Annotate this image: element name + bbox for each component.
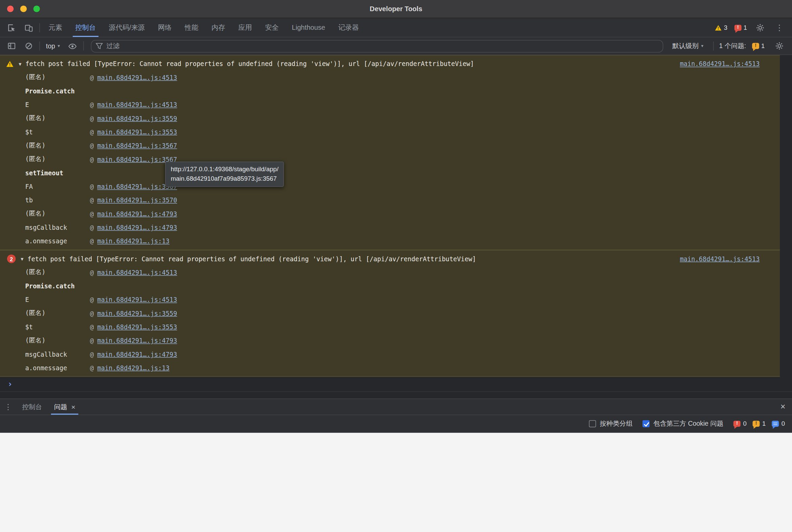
stack-source-link[interactable]: main.68d4291….js:3553 (97, 323, 177, 331)
stack-frame: E@main.68d4291….js:4513 (0, 98, 780, 112)
stack-frame: a.onmessage@main.68d4291….js:13 (0, 361, 780, 375)
stack-function-name: (匿名) (25, 336, 90, 345)
console-toolbar: top ▾ 过滤 默认级别 ▾ 1 个问题: 1 (0, 37, 792, 55)
stack-source-link[interactable]: main.68d4291….js:4513 (97, 296, 177, 304)
issues-counter[interactable]: 1 (732, 24, 749, 31)
page-errors-icon (733, 421, 740, 427)
window-title: Developer Tools (370, 5, 422, 13)
stack-function-name: a.onmessage (25, 364, 90, 372)
stack-frame: (匿名)@main.68d4291….js:3567 (0, 139, 780, 152)
messages-host: ▼fetch post failed [TypeError: Cannot re… (0, 55, 792, 377)
message-source-link[interactable]: main.68d4291….js:4513 (680, 60, 780, 68)
repeat-count-badge: 2 (7, 254, 16, 263)
inspect-element-icon[interactable] (3, 18, 20, 37)
context-selector-value: top (46, 42, 55, 50)
drawer-more-options-icon[interactable]: ⋮ (0, 399, 16, 415)
stack-source-link[interactable]: main.68d4291….js:3567 (97, 142, 177, 149)
issues-toolbar: 按种类分组 包含第三方 Cookie 问题 0 1 0 (0, 415, 792, 433)
improvements-counter[interactable]: 0 (772, 420, 785, 428)
main-tab[interactable]: 源代码/来源 (102, 18, 151, 37)
page-errors-counter[interactable]: 0 (733, 420, 747, 428)
stack-source-link[interactable]: main.68d4291….js:13 (97, 364, 169, 372)
include-third-party-checkbox[interactable]: 包含第三方 Cookie 问题 (643, 419, 723, 429)
stack-source-link[interactable]: main.68d4291….js:3559 (97, 115, 177, 122)
window-controls (7, 5, 40, 12)
stack-at-symbol: @ (90, 101, 94, 108)
stack-frame: tb@main.68d4291….js:3570 (0, 194, 780, 207)
main-tab[interactable]: 安全 (259, 18, 285, 37)
stack-source-link[interactable]: main.68d4291….js:3570 (97, 197, 177, 204)
main-tab[interactable]: 元素 (42, 18, 69, 37)
close-window-button[interactable] (7, 5, 14, 12)
stack-frame: (匿名)@main.68d4291….js:4793 (0, 334, 780, 347)
minimize-window-button[interactable] (20, 5, 27, 12)
group-by-kind-checkbox[interactable]: 按种类分组 (589, 419, 633, 429)
stack-source-link[interactable]: main.68d4291….js:4793 (97, 224, 177, 231)
devtools-window: Developer Tools 元素控制台源代码/来源网络性能内存应用安全Lig… (0, 0, 792, 532)
filter-input[interactable]: 过滤 (91, 40, 663, 52)
more-options-icon[interactable]: ⋮ (771, 23, 788, 32)
stack-at-symbol: @ (90, 74, 94, 81)
drawer-tabbar: ⋮ 控制台问题× × (0, 398, 792, 415)
drawer-tabs: 控制台问题× (16, 399, 81, 415)
stack-source-link[interactable]: main.68d4291….js:4513 (97, 269, 177, 276)
clear-console-icon[interactable] (20, 42, 38, 50)
stack-source-link[interactable]: main.68d4291….js:3553 (97, 128, 177, 136)
stack-source-link[interactable]: main.68d4291….js:4793 (97, 350, 177, 358)
context-selector[interactable]: top ▾ (42, 42, 64, 50)
toolbar-divider (713, 41, 714, 51)
log-level-selector[interactable]: 默认级别 ▾ (668, 41, 708, 51)
stack-at-symbol: @ (90, 323, 94, 331)
message-source-link[interactable]: main.68d4291….js:4513 (680, 255, 780, 263)
stack-at-symbol: @ (90, 197, 94, 204)
warnings-count: 3 (724, 24, 727, 31)
settings-gear-icon[interactable] (752, 23, 769, 32)
warnings-counter[interactable]: 3 (712, 24, 730, 31)
main-tab[interactable]: 记录器 (332, 18, 365, 37)
stack-at-symbol: @ (90, 237, 94, 245)
main-tab[interactable]: 性能 (178, 18, 205, 37)
stack-source-link[interactable]: main.68d4291….js:4513 (97, 101, 177, 108)
eye-icon[interactable] (64, 42, 81, 50)
close-tab-icon[interactable]: × (71, 403, 75, 411)
stack-at-symbol: @ (90, 269, 94, 276)
main-tab[interactable]: 应用 (232, 18, 259, 37)
stack-function-name: Promise.catch (25, 87, 75, 95)
zoom-window-button[interactable] (33, 5, 40, 12)
tabbar-right-controls: 3 1 ⋮ (712, 18, 792, 37)
console-sidebar-icon[interactable] (3, 42, 20, 50)
breaking-changes-counter[interactable]: 1 (753, 420, 766, 428)
main-tab[interactable]: 内存 (205, 18, 232, 37)
stack-function-name: (匿名) (25, 309, 90, 318)
close-drawer-icon[interactable]: × (780, 402, 786, 412)
stack-at-symbol: @ (90, 350, 94, 358)
group-by-kind-label: 按种类分组 (600, 419, 633, 429)
main-tab[interactable]: Lighthouse (285, 18, 332, 37)
stack-frame: msgCallback@main.68d4291….js:4793 (0, 221, 780, 234)
chevron-down-icon: ▾ (58, 43, 60, 49)
drawer-tab[interactable]: 控制台 (16, 399, 48, 415)
stack-function-name: (匿名) (25, 141, 90, 150)
stack-function-name: (匿名) (25, 73, 90, 81)
device-toolbar-icon[interactable] (20, 18, 38, 37)
drawer-tab[interactable]: 问题× (48, 399, 81, 415)
stack-source-link[interactable]: main.68d4291….js:4793 (97, 337, 177, 344)
improvements-count: 0 (781, 420, 785, 428)
window-titlebar: Developer Tools (0, 0, 792, 18)
stack-frame: a.onmessage@main.68d4291….js:13 (0, 234, 780, 248)
console-prompt[interactable]: › (0, 377, 792, 392)
expand-caret-icon[interactable]: ▼ (19, 61, 21, 66)
expand-caret-icon[interactable]: ▼ (21, 256, 23, 261)
main-tab[interactable]: 控制台 (69, 18, 102, 37)
stack-source-link[interactable]: main.68d4291….js:3559 (97, 310, 177, 317)
console-settings-gear-icon[interactable] (771, 42, 788, 50)
main-tab[interactable]: 网络 (151, 18, 178, 37)
stack-source-link[interactable]: main.68d4291….js:13 (97, 237, 169, 245)
stack-source-link[interactable]: main.68d4291….js:4793 (97, 210, 177, 217)
toolbar-issues-count: 1 (761, 42, 765, 50)
stack-at-symbol: @ (90, 115, 94, 122)
tooltip-line-1: http://127.0.0.1:49368/stage/build/app/ (171, 165, 278, 174)
issues-label: 1 个问题: (719, 41, 746, 51)
stack-source-link[interactable]: main.68d4291….js:4513 (97, 74, 177, 81)
toolbar-issues-counter[interactable]: 1 (750, 42, 767, 50)
